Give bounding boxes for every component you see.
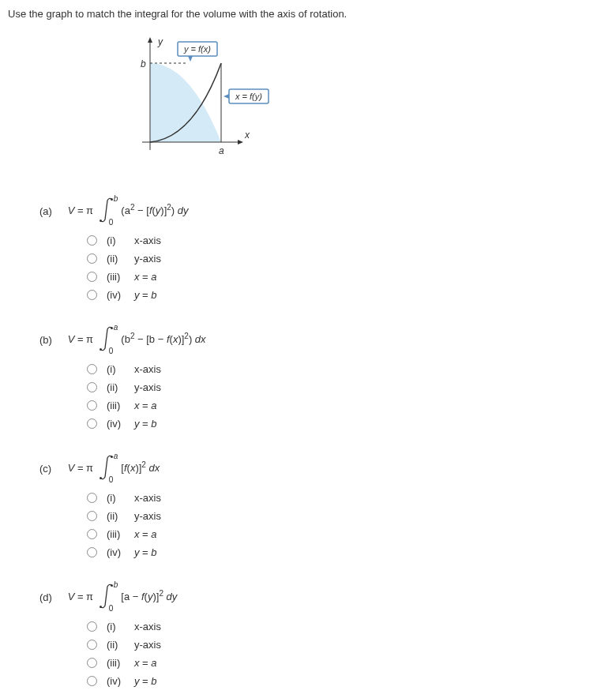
option-row: (iii) x = a	[87, 271, 608, 283]
radio-input[interactable]	[87, 658, 97, 668]
radio-input[interactable]	[87, 640, 97, 650]
option-number: (ii)	[107, 381, 134, 393]
radio-input[interactable]	[87, 676, 97, 686]
option-row: (iii) x = a	[87, 400, 608, 411]
option-row: (iv) y = b	[87, 675, 608, 687]
svg-point-17	[100, 220, 102, 222]
option-label: x-axis	[134, 621, 161, 632]
svg-point-19	[100, 348, 102, 351]
svg-text:x: x	[244, 129, 250, 141]
options-group: (i) x-axis (ii) y-axis (iii) x = a (iv) …	[87, 363, 608, 430]
svg-text:a: a	[219, 145, 224, 156]
radio-input[interactable]	[87, 235, 97, 246]
option-number: (ii)	[107, 253, 134, 265]
option-row: (iii) x = a	[87, 657, 608, 669]
option-number: (i)	[107, 492, 134, 504]
svg-marker-3	[238, 140, 243, 144]
instruction-text: Use the graph to match the integral for …	[8, 8, 608, 20]
svg-text:x = f(y): x = f(y)	[235, 92, 262, 101]
option-label: x = a	[134, 528, 157, 540]
option-number: (iv)	[107, 546, 134, 558]
part-label: (d)	[39, 591, 65, 603]
option-number: (iii)	[107, 657, 134, 669]
option-row: (ii) y-axis	[87, 639, 608, 651]
options-group: (i) x-axis (ii) y-axis (iii) x = a (iv) …	[87, 235, 608, 301]
option-label: y-axis	[134, 253, 161, 265]
option-number: (i)	[107, 235, 134, 246]
option-row: (iii) x = a	[87, 528, 608, 540]
option-number: (ii)	[107, 639, 134, 651]
option-row: (i) x-axis	[87, 621, 608, 632]
svg-point-21	[100, 477, 102, 479]
option-row: (ii) y-axis	[87, 381, 608, 393]
radio-input[interactable]	[87, 400, 97, 411]
formula: V = π b 0 [a − f(y)]2 dy	[68, 582, 178, 613]
options-group: (i) x-axis (ii) y-axis (iii) x = a (iv) …	[87, 621, 608, 687]
option-row: (i) x-axis	[87, 492, 608, 504]
option-row: (i) x-axis	[87, 363, 608, 375]
formula: V = π a 0 (b2 − [b − f(x)]2) dx	[68, 325, 206, 355]
svg-point-20	[111, 456, 113, 458]
radio-input[interactable]	[87, 418, 97, 429]
radio-input[interactable]	[87, 253, 97, 264]
option-label: y-axis	[134, 510, 161, 522]
option-number: (iv)	[107, 289, 134, 301]
radio-input[interactable]	[87, 511, 97, 521]
svg-text:y: y	[157, 36, 163, 47]
option-number: (i)	[107, 621, 134, 632]
radio-input[interactable]	[87, 547, 97, 557]
svg-text:y = f(x): y = f(x)	[183, 44, 211, 54]
part-header: (c) V = π a 0 [f(x)]2 dx	[39, 453, 608, 484]
part-header: (a) V = π b 0 (a2 − [f(y)]2) dy	[39, 196, 608, 227]
part-label: (c)	[39, 463, 65, 475]
part-label: (b)	[39, 334, 65, 346]
option-row: (ii) y-axis	[87, 510, 608, 522]
option-label: x-axis	[134, 235, 161, 246]
question-part: (b) V = π a 0 (b2 − [b − f(x)]2) dx (i) …	[39, 325, 608, 430]
svg-point-23	[100, 606, 102, 608]
option-number: (iii)	[107, 400, 134, 411]
option-number: (iv)	[107, 675, 134, 687]
option-label: y = b	[134, 418, 157, 430]
svg-point-18	[111, 327, 113, 329]
option-row: (ii) y-axis	[87, 253, 608, 265]
formula: V = π a 0 [f(x)]2 dx	[68, 453, 160, 484]
part-label: (a)	[39, 205, 65, 217]
graph-figure: y = f(x) x = f(y) y x b a	[118, 36, 608, 176]
option-number: (iv)	[107, 418, 134, 430]
part-header: (b) V = π a 0 (b2 − [b − f(x)]2) dx	[39, 325, 608, 355]
svg-point-16	[111, 198, 113, 201]
option-number: (iii)	[107, 528, 134, 540]
option-row: (iv) y = b	[87, 546, 608, 558]
radio-input[interactable]	[87, 290, 97, 300]
option-label: x-axis	[134, 363, 161, 375]
option-number: (iii)	[107, 271, 134, 283]
question-part: (d) V = π b 0 [a − f(y)]2 dy (i) x-axis …	[39, 582, 608, 687]
svg-text:b: b	[141, 58, 146, 69]
svg-point-22	[111, 584, 113, 587]
option-row: (iv) y = b	[87, 289, 608, 301]
svg-marker-8	[188, 56, 193, 62]
radio-input[interactable]	[87, 382, 97, 392]
svg-marker-11	[223, 94, 229, 99]
option-label: x = a	[134, 657, 157, 669]
option-number: (i)	[107, 363, 134, 375]
svg-marker-1	[148, 37, 152, 43]
radio-input[interactable]	[87, 272, 97, 282]
option-label: y-axis	[134, 381, 161, 393]
option-label: y-axis	[134, 639, 161, 651]
formula: V = π b 0 (a2 − [f(y)]2) dy	[68, 196, 189, 227]
option-label: y = b	[134, 675, 157, 687]
options-group: (i) x-axis (ii) y-axis (iii) x = a (iv) …	[87, 492, 608, 558]
radio-input[interactable]	[87, 621, 97, 632]
option-label: x-axis	[134, 492, 161, 504]
option-number: (ii)	[107, 510, 134, 522]
radio-input[interactable]	[87, 364, 97, 374]
radio-input[interactable]	[87, 493, 97, 503]
question-part: (a) V = π b 0 (a2 − [f(y)]2) dy (i) x-ax…	[39, 196, 608, 301]
option-label: y = b	[134, 289, 157, 301]
radio-input[interactable]	[87, 529, 97, 539]
option-label: x = a	[134, 400, 157, 411]
option-row: (iv) y = b	[87, 418, 608, 430]
option-label: y = b	[134, 546, 157, 558]
